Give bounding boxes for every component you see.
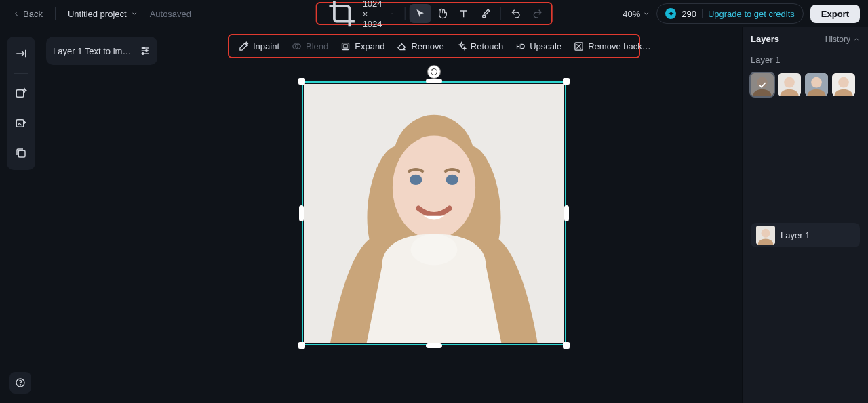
remove-action[interactable]: Remove (397, 41, 443, 51)
resize-handle-bl[interactable] (298, 342, 305, 349)
zoom-value: 40% (623, 9, 640, 19)
select-tool[interactable] (409, 4, 431, 23)
project-name-text: Untitled project (68, 9, 127, 19)
resize-handle-br[interactable] (563, 342, 570, 349)
expand-icon (340, 41, 351, 51)
layers-tool[interactable] (11, 143, 31, 163)
resize-handle-tr[interactable] (563, 78, 570, 85)
separator (14, 73, 28, 74)
redo-icon (532, 8, 542, 19)
canvas-size-text: 1024 × 1024 (363, 0, 385, 29)
collapse-rail-button[interactable] (11, 43, 31, 64)
tab-history[interactable]: History (825, 35, 860, 44)
image-generate-tool[interactable] (11, 83, 31, 104)
layer-row-label: Layer 1 (781, 230, 810, 240)
active-layer-chip[interactable]: Layer 1 Text to ima… (46, 37, 157, 65)
chevron-left-icon (12, 9, 20, 18)
expand-action[interactable]: Expand (340, 41, 384, 51)
separator (500, 7, 500, 20)
sparkles-icon (456, 41, 467, 51)
svg-point-24 (784, 77, 795, 88)
credits-count: 290 (682, 9, 696, 19)
help-button[interactable] (9, 372, 31, 394)
separator (55, 7, 56, 20)
expand-label: Expand (355, 41, 384, 51)
svg-point-28 (838, 77, 849, 88)
blend-label: Blend (306, 41, 328, 51)
undo-icon (510, 8, 521, 19)
undo-button[interactable] (505, 4, 526, 23)
eraser-icon (397, 41, 407, 51)
stack-icon (15, 147, 27, 159)
hand-tool[interactable] (431, 4, 452, 23)
resize-handle-left[interactable] (299, 205, 304, 221)
panel-right-icon (15, 47, 27, 60)
inpaint-label: Inpaint (253, 41, 279, 51)
separator (404, 7, 405, 20)
resize-handle-bottom[interactable] (426, 343, 442, 348)
upscale-action[interactable]: Upscale (515, 41, 561, 51)
layer-row-thumb (756, 226, 775, 245)
redo-button (526, 4, 548, 23)
retouch-action[interactable]: Retouch (456, 41, 503, 51)
project-name-dropdown[interactable]: Untitled project (64, 6, 142, 22)
chevron-down-icon (131, 10, 138, 17)
chevron-down-icon (391, 10, 394, 17)
svg-point-32 (20, 385, 20, 385)
resize-handle-top[interactable] (426, 79, 442, 83)
resize-handle-tl[interactable] (298, 78, 305, 85)
hd-icon (515, 41, 526, 51)
layer-row-1[interactable]: Layer 1 (751, 223, 860, 247)
svg-point-8 (143, 47, 145, 49)
svg-rect-14 (344, 45, 347, 48)
svg-rect-4 (18, 150, 25, 157)
svg-point-26 (811, 77, 822, 88)
tab-layers[interactable]: Layers (751, 34, 779, 44)
selection-outline (302, 81, 566, 345)
image-sparkle-icon (15, 87, 27, 100)
canvas-size-dropdown[interactable]: 1024 × 1024 (320, 3, 401, 24)
svg-rect-2 (16, 90, 24, 98)
variation-thumb-2[interactable] (778, 73, 801, 96)
sliders-icon (140, 45, 151, 56)
chevron-up-icon (853, 36, 860, 43)
image-import-tool[interactable] (11, 113, 31, 133)
text-icon (458, 8, 469, 19)
layer-group-title: Layer 1 (751, 55, 860, 65)
text-tool[interactable] (452, 4, 474, 23)
image-plus-icon (15, 117, 27, 129)
svg-point-9 (146, 50, 148, 52)
canvas-toolbar: 1024 × 1024 (316, 2, 553, 25)
tab-history-label: History (825, 35, 850, 44)
crop-icon (327, 0, 357, 28)
back-label: Back (23, 9, 43, 19)
variation-thumb-4[interactable] (832, 73, 855, 96)
right-panel: Layers History Layer 1 (742, 27, 868, 403)
svg-point-10 (142, 53, 144, 55)
active-layer-label: Layer 1 Text to ima… (53, 46, 134, 56)
remove-background-label: Remove back… (588, 41, 650, 51)
credits-icon: ✦ (665, 8, 676, 19)
resize-handle-right[interactable] (564, 205, 569, 221)
cursor-icon (414, 8, 425, 19)
remove-background-action[interactable]: Remove back… (574, 41, 650, 51)
left-tool-rail (7, 37, 35, 170)
separator (702, 9, 703, 18)
help-icon (15, 377, 26, 388)
rotate-handle[interactable] (427, 65, 441, 79)
upgrade-link[interactable]: Upgrade to get credits (708, 9, 795, 19)
back-button[interactable]: Back (8, 6, 47, 22)
remove-label: Remove (411, 41, 443, 51)
variation-thumb-3[interactable] (805, 73, 828, 96)
blend-action: Blend (292, 41, 328, 51)
blend-icon (292, 41, 302, 51)
inpaint-action[interactable]: Inpaint (239, 41, 279, 51)
zoom-dropdown[interactable]: 40% (623, 9, 650, 19)
canvas-selection[interactable] (302, 81, 566, 345)
brush-tool[interactable] (474, 4, 496, 23)
background-remove-icon (574, 41, 584, 51)
check-icon (757, 80, 767, 89)
variation-thumb-1[interactable] (751, 73, 774, 96)
svg-rect-13 (342, 43, 349, 49)
export-button[interactable]: Export (810, 5, 860, 23)
